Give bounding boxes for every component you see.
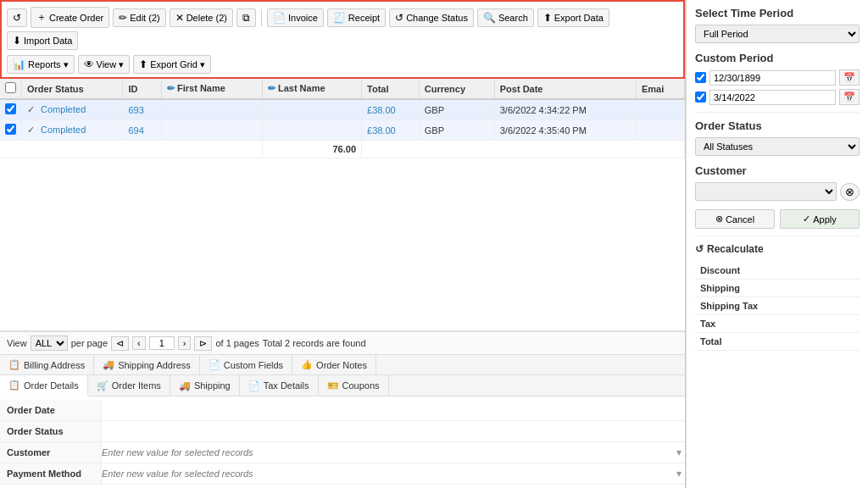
of-pages: of 1 pages xyxy=(215,338,259,348)
current-page-input[interactable] xyxy=(149,336,175,350)
table-row[interactable]: ✓ Completed 693 £38.00 GBP 3/6/2022 4:34… xyxy=(0,99,685,120)
tab-tax[interactable]: 📄Tax Details xyxy=(240,375,319,396)
col-currency[interactable]: Currency xyxy=(419,79,494,99)
tab-billing[interactable]: 📋Billing Address xyxy=(0,355,94,374)
import-icon: ⬇ xyxy=(13,35,21,47)
notes-label: Order Notes xyxy=(316,360,367,370)
delete-button[interactable]: ✕ Delete (2) xyxy=(170,8,233,27)
reports-button[interactable]: 📊 Reports ▾ xyxy=(7,55,75,74)
col-check-header[interactable] xyxy=(0,79,22,99)
date-to-input[interactable] xyxy=(709,90,836,105)
row-total: £38.00 xyxy=(362,99,420,120)
date-to-calendar-button[interactable]: 📅 xyxy=(839,89,860,105)
next-page-button[interactable]: › xyxy=(178,336,192,350)
tab-coupons[interactable]: 🎫Coupons xyxy=(319,375,389,396)
apply-button[interactable]: ✓ Apply xyxy=(780,209,860,229)
search-button[interactable]: 🔍 Search xyxy=(477,8,534,27)
order-status-label: Order Status xyxy=(0,421,102,441)
shipping-label: Shipping xyxy=(695,280,838,297)
tab-notes[interactable]: 👍Order Notes xyxy=(292,355,376,374)
discount-value xyxy=(838,262,860,280)
row-checkbox[interactable] xyxy=(5,103,16,114)
customer-input-wrap: ▾ xyxy=(102,447,685,458)
col-last-name[interactable]: ✏ Last Name xyxy=(262,79,361,99)
tab-shipping-tab[interactable]: 🚚Shipping xyxy=(170,375,240,396)
row-id: 693 xyxy=(123,99,162,120)
apply-icon: ✓ xyxy=(803,214,810,225)
date-from-calendar-button[interactable]: 📅 xyxy=(839,69,860,86)
view-label: View xyxy=(97,59,117,69)
cancel-icon: ⊗ xyxy=(715,214,723,225)
edit-button[interactable]: ✏ Edit (2) xyxy=(113,8,165,27)
per-page-label: per page xyxy=(71,338,108,348)
plus-icon: ＋ xyxy=(36,10,47,25)
tab-order-details[interactable]: 📋Order Details xyxy=(0,375,88,396)
select-all-checkbox[interactable] xyxy=(5,82,16,93)
footer-empty xyxy=(0,141,262,158)
col-order-status[interactable]: Order Status xyxy=(22,79,123,99)
payment-input[interactable] xyxy=(102,469,685,479)
invoice-button[interactable]: 📄 Invoice xyxy=(267,8,324,27)
table-row[interactable]: ✓ Completed 694 £38.00 GBP 3/6/2022 4:35… xyxy=(0,120,685,141)
recalculate-button[interactable]: ↺ Recalculate xyxy=(695,243,860,255)
edit-label: Edit (2) xyxy=(130,13,159,23)
prev-page-button[interactable]: ‹ xyxy=(132,336,146,350)
create-order-button[interactable]: ＋ Create Order xyxy=(31,7,109,28)
per-page-select[interactable]: ALL xyxy=(31,336,68,351)
col-email[interactable]: Emai xyxy=(636,79,684,99)
customer-select[interactable] xyxy=(695,182,837,201)
first-page-button[interactable]: ⊲ xyxy=(111,336,129,351)
order-date-value xyxy=(102,407,685,413)
row-checkbox[interactable] xyxy=(5,124,16,135)
col-total[interactable]: Total xyxy=(362,79,420,99)
customer-dropdown-icon[interactable]: ▾ xyxy=(676,446,682,458)
search-label: Search xyxy=(498,13,528,23)
total-label: Total xyxy=(695,333,838,351)
duplicate-button[interactable]: ⧉ xyxy=(236,8,256,27)
order-details-icon: 📋 xyxy=(8,380,20,391)
last-page-button[interactable]: ⊳ xyxy=(194,336,212,351)
time-period-select[interactable]: Full PeriodTodayYesterdayLast 7 DaysLast… xyxy=(695,25,860,43)
shipping-tax-label: Shipping Tax xyxy=(695,297,838,315)
col-id[interactable]: ID xyxy=(123,79,162,99)
duplicate-icon: ⧉ xyxy=(242,12,250,24)
last-name-icon: ✏ xyxy=(268,83,278,93)
reports-label: Reports xyxy=(28,59,61,69)
summary-table: Discount Shipping Shipping Tax Tax Total xyxy=(695,262,860,351)
tab-order-items[interactable]: 🛒Order Items xyxy=(88,375,170,396)
date-from-input[interactable] xyxy=(709,70,836,86)
payment-dropdown-icon[interactable]: ▾ xyxy=(676,468,682,480)
order-items-icon: 🛒 xyxy=(97,380,108,391)
search-icon: 🔍 xyxy=(483,12,496,24)
row-check[interactable] xyxy=(0,99,22,120)
export-grid-button[interactable]: ⬆ Export Grid ▾ xyxy=(133,55,211,74)
total-row: Total xyxy=(695,333,860,351)
orders-grid: Order Status ID ✏ First Name ✏ Last Name… xyxy=(0,79,685,331)
export-data-button[interactable]: ⬆ Export Data xyxy=(537,8,609,27)
row-check[interactable] xyxy=(0,120,22,141)
receipt-label: Receipt xyxy=(348,13,380,23)
invoice-icon: 📄 xyxy=(273,12,286,24)
refresh-button[interactable]: ↺ xyxy=(7,8,27,27)
change-status-button[interactable]: ↺ Change Status xyxy=(389,8,474,27)
tax-value xyxy=(838,315,860,333)
view-button[interactable]: 👁 View ▾ xyxy=(78,55,131,74)
customer-input[interactable] xyxy=(102,447,685,458)
cancel-button[interactable]: ⊗ Cancel xyxy=(695,209,775,229)
footer-total: 76.00 xyxy=(262,141,361,158)
customer-clear-button[interactable]: ⊗ xyxy=(840,183,860,201)
receipt-button[interactable]: 🧾 Receipt xyxy=(327,8,386,27)
discount-label: Discount xyxy=(695,262,838,280)
date-to-checkbox[interactable] xyxy=(695,92,706,103)
order-status-select[interactable]: All StatusesCompletedPending xyxy=(695,137,860,156)
tab-custom[interactable]: 📄Custom Fields xyxy=(200,355,292,374)
import-data-button[interactable]: ⬇ Import Data xyxy=(7,31,78,50)
change-status-label: Change Status xyxy=(406,13,468,23)
col-first-name[interactable]: ✏ First Name xyxy=(161,79,262,99)
date-from-checkbox[interactable] xyxy=(695,72,706,83)
view-label-pag: View xyxy=(7,338,27,348)
shipping-row: Shipping xyxy=(695,280,860,297)
col-post-date[interactable]: Post Date xyxy=(494,79,636,99)
tab-shipping[interactable]: 🚚Shipping Address xyxy=(94,355,200,374)
order-details-label: Order Details xyxy=(24,380,79,391)
